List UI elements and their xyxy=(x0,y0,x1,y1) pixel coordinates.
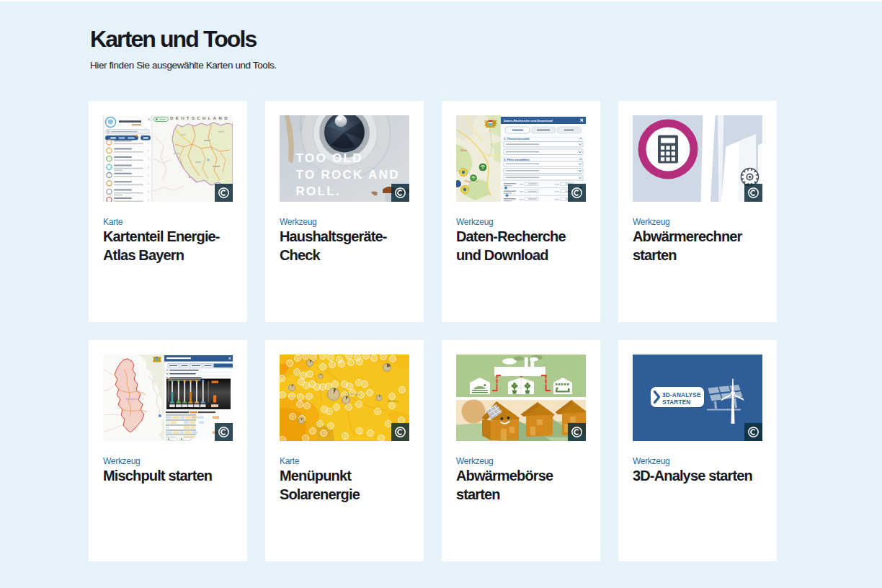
svg-text:TO ROCK AND: TO ROCK AND xyxy=(296,168,400,182)
svg-text:1. Themenauswahl: 1. Themenauswahl xyxy=(504,137,530,141)
svg-text:min: min xyxy=(520,198,523,201)
svg-text:Wörth: Wörth xyxy=(460,149,467,152)
svg-text:DEUTSCHLAND: DEUTSCHLAND xyxy=(170,116,230,120)
svg-text:2. Filter auswählen: 2. Filter auswählen xyxy=(504,158,530,161)
svg-text:TOO OLD: TOO OLD xyxy=(296,151,363,165)
svg-text:STARTEN: STARTEN xyxy=(662,399,690,406)
svg-text:Schwaben: Schwaben xyxy=(125,398,138,401)
svg-text:max: max xyxy=(555,190,559,193)
svg-text:max: max xyxy=(555,183,559,186)
svg-text:min: min xyxy=(520,183,523,186)
svg-text:Daten-Recherche und Download: Daten-Recherche und Download xyxy=(504,119,553,122)
svg-text:ROLL.: ROLL. xyxy=(296,184,342,198)
svg-text:3D-ANALYSE: 3D-ANALYSE xyxy=(662,392,701,398)
svg-text:max: max xyxy=(555,198,559,201)
svg-text:min: min xyxy=(520,190,523,193)
